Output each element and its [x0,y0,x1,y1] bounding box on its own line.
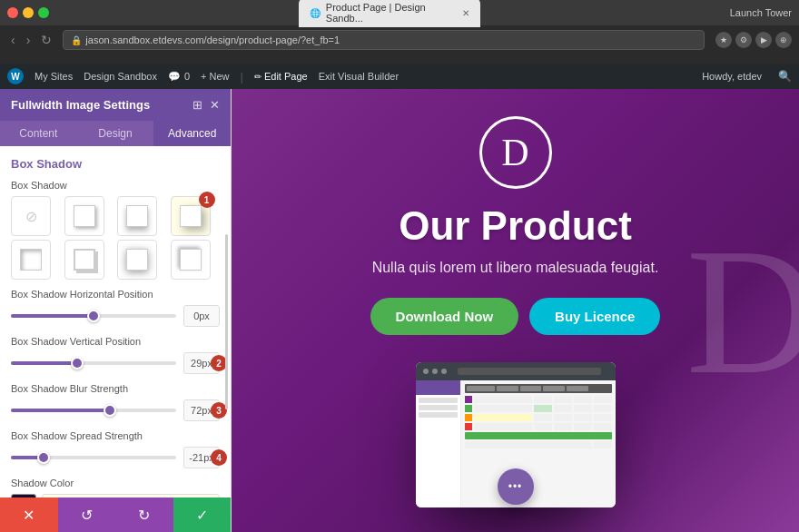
spread-label: Box Shadow Spread Strength [11,430,220,441]
sidebar-tabs: Content Design Advanced [0,121,231,146]
shadow-preview-1 [74,205,95,227]
product-title: Our Product [399,203,632,249]
preview-url-bar [458,368,601,375]
shadow-option-1[interactable] [64,196,104,236]
horizontal-value[interactable]: 0px [183,305,220,327]
close-button[interactable] [7,7,18,18]
vertical-label: Box Shadow Vertical Position [11,336,220,347]
shadow-preview-7 [126,249,148,271]
fab-button[interactable]: ••• [498,468,534,505]
exit-visual-builder-item[interactable]: Exit Visual Builder [319,71,399,82]
my-sites-item[interactable]: My Sites [35,71,73,82]
preview-main [461,380,616,507]
color-label[interactable]: Select Color [42,494,220,498]
blur-thumb[interactable] [104,404,116,417]
horizontal-slider-track [11,314,176,318]
cta-buttons: Download Now Buy Licence [370,298,661,335]
spread-slider-row: -21px 4 [11,447,220,468]
shadow-options-row2 [11,240,220,280]
separator-1: | [241,70,243,84]
vertical-thumb[interactable] [71,357,84,369]
undo-icon: ↺ [81,507,93,524]
horizontal-label: Box Shadow Horizontal Position [11,289,220,300]
sidebar-header: Fullwidth Image Settings ⊞ ✕ [0,89,231,121]
tab-design[interactable]: Design [77,121,154,146]
browser-icon-4[interactable]: ⊕ [775,32,792,48]
design-sandbox-item[interactable]: Design Sandbox [84,71,157,82]
spread-thumb[interactable] [37,451,50,464]
shadow-option-none[interactable]: ⊘ [11,196,51,236]
search-icon[interactable]: 🔍 [778,70,792,83]
new-item[interactable]: + New [201,71,230,82]
horizontal-fill [11,314,94,318]
color-row: Select Color 5 [11,494,220,498]
horizontal-slider-row: 0px [11,305,220,327]
undo-button[interactable]: ↺ [58,498,116,532]
tab-content-label: Content [19,127,57,140]
vertical-slider-track [11,361,176,365]
tab-advanced[interactable]: Advanced [153,121,231,146]
forward-button[interactable]: › [23,31,35,49]
shadow-preview-4 [180,205,202,227]
licence-button[interactable]: Buy Licence [529,298,660,335]
cancel-button[interactable]: ✕ [0,498,58,532]
shadow-option-8[interactable] [171,240,211,280]
shadow-option-7[interactable] [117,240,157,280]
browser-icon-3[interactable]: ▶ [755,32,772,48]
vertical-fill [11,361,77,365]
preview-sidebar-mini-header [416,380,460,395]
preview-dot-3 [441,369,447,374]
fab-dots: ••• [508,480,523,493]
spread-slider-track [11,456,176,459]
tab-content[interactable]: Content [0,121,77,146]
tab-close-icon[interactable]: ✕ [462,8,469,18]
shadow-option-6[interactable] [64,240,104,280]
preview-dot-2 [432,369,438,374]
minimize-button[interactable] [23,7,34,18]
design-sandbox-label: Design Sandbox [84,71,157,82]
browser-icon-1[interactable]: ★ [715,32,732,48]
preview-mini-row-1 [419,398,458,403]
save-button[interactable]: ✓ [173,498,232,532]
download-button[interactable]: Download Now [370,298,519,335]
preview-header [416,362,616,380]
howdy-label: Howdy, etdev [702,71,762,82]
vertical-slider-row: 29px 2 [11,352,220,374]
tab-design-label: Design [98,127,132,140]
wp-admin-bar: W My Sites Design Sandbox 💬 0 + New | ✏ … [0,64,799,89]
settings-icon[interactable]: ⊞ [192,98,202,112]
cancel-icon: ✕ [23,507,35,524]
wp-logo-item[interactable]: W [7,68,24,84]
preview-row-4 [465,423,612,430]
shadow-option-4[interactable]: 1 [171,196,211,236]
browser-tab[interactable]: 🌐 Product Page | Design Sandb... ✕ [299,0,480,27]
maximize-button[interactable] [38,7,49,18]
product-logo: D [479,116,552,189]
refresh-button[interactable]: ↻ [37,31,55,49]
color-swatch[interactable] [11,494,36,498]
sidebar-title: Fullwidth Image Settings [11,98,150,112]
back-button[interactable]: ‹ [7,31,19,49]
scroll-indicator [225,234,228,410]
sidebar-content: Box Shadow Box Shadow ⊘ 1 [0,146,231,498]
shadow-option-5[interactable] [11,240,51,280]
url-bar[interactable]: 🔒 jason.sandbox.etdevs.com/design/produc… [63,30,705,50]
badge-1: 1 [199,192,215,208]
comment-item[interactable]: 💬 0 [168,71,190,83]
browser-icon-2[interactable]: ⚙ [735,32,752,48]
blur-label: Box Shadow Blur Strength [11,383,220,394]
nav-buttons: ‹ › ↻ [7,31,55,49]
close-icon[interactable]: ✕ [210,98,220,112]
shadow-preview-5 [20,249,42,271]
sidebar-header-icons: ⊞ ✕ [192,98,220,112]
edit-page-button[interactable]: ✏ Edit Page [254,71,308,82]
lock-icon: 🔒 [71,35,82,45]
sidebar-panel: Fullwidth Image Settings ⊞ ✕ Content Des… [0,89,232,532]
horizontal-thumb[interactable] [87,310,100,322]
redo-button[interactable]: ↻ [115,498,173,532]
browser-icons: ★ ⚙ ▶ ⊕ [715,32,792,48]
no-shadow-icon: ⊘ [25,208,37,225]
shadow-preview-2 [126,205,148,227]
shadow-option-2[interactable] [117,196,157,236]
tab-advanced-label: Advanced [168,127,216,140]
